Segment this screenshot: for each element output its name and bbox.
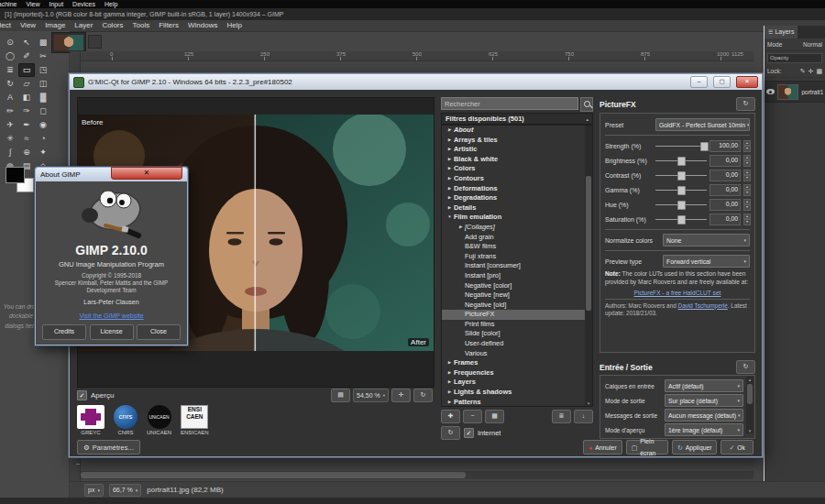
- close-button[interactable]: ✕: [736, 76, 758, 88]
- perspective-tool-button[interactable]: ▱: [18, 77, 35, 91]
- layer-row[interactable]: portrait11.jpg: [764, 81, 825, 103]
- tree-item-negative-old[interactable]: Negative [old]: [442, 301, 592, 311]
- scroll-up-icon[interactable]: ▴: [746, 377, 754, 382]
- scroll-down-icon[interactable]: ▾: [585, 400, 592, 406]
- reset-io-button[interactable]: ↻: [736, 360, 755, 374]
- tab-layers[interactable]: ☰Layers: [764, 26, 798, 38]
- preset-select[interactable]: GoldFX - Perfect Sunset 10min▾: [655, 118, 750, 131]
- tree-item-artistic[interactable]: ▶Artistic: [442, 145, 592, 155]
- unified-transform-tool-button[interactable]: ◳: [35, 63, 51, 77]
- measure-tool-button[interactable]: ⊕: [18, 146, 35, 159]
- ok-button[interactable]: ✓Ok: [720, 440, 754, 455]
- tree-item-user-defined[interactable]: User-defined: [442, 339, 592, 349]
- spinner-buttons[interactable]: ▴▾: [743, 155, 751, 167]
- tree-item-lights-shadows[interactable]: ▶Lights & shadows: [442, 388, 592, 398]
- tree-item-collages[interactable]: ▶[Collages]: [442, 223, 592, 233]
- eraser-tool-button[interactable]: ◻: [35, 104, 51, 118]
- menu-help[interactable]: Help: [222, 20, 246, 31]
- slider-handle[interactable]: [677, 201, 686, 210]
- preview-zoom-combo[interactable]: 54,50 %▾: [353, 389, 389, 402]
- gradient-tool-button[interactable]: ▓: [35, 91, 51, 104]
- lock-pixels-icon[interactable]: ✎: [800, 68, 806, 75]
- filters-scrollbar[interactable]: ▾: [585, 126, 592, 406]
- tree-item-frequencies[interactable]: ▶Frequencies: [442, 368, 592, 378]
- dodge-burn-tool-button[interactable]: ◔: [35, 132, 51, 146]
- preview-checkbox[interactable]: ✓: [77, 390, 87, 400]
- tree-item-colors[interactable]: ▶Colors: [442, 164, 592, 174]
- slider-handle[interactable]: [677, 157, 686, 166]
- menu-colors[interactable]: Colors: [97, 20, 127, 31]
- cancel-button[interactable]: ●Annuler: [583, 440, 622, 455]
- move-tool-button[interactable]: ↖: [18, 36, 35, 49]
- vm-menu-view[interactable]: View: [21, 0, 44, 8]
- tree-item-details[interactable]: ▶Details: [442, 203, 592, 214]
- layer-visibility-eye-icon[interactable]: [766, 89, 775, 94]
- tree-item-film-emulation[interactable]: ▼Film emulation: [442, 213, 592, 223]
- minimize-button[interactable]: –: [690, 76, 708, 88]
- scrollbar-handle[interactable]: [747, 384, 753, 404]
- crop-tool-button[interactable]: ▭: [18, 63, 35, 77]
- text-tool-button[interactable]: A: [2, 91, 18, 104]
- tree-item-about[interactable]: ▶About: [442, 126, 592, 136]
- brightness-slider[interactable]: [655, 156, 707, 165]
- brightness-value-field[interactable]: 0,00: [710, 155, 741, 167]
- gamma-value-field[interactable]: 0,00: [710, 184, 741, 196]
- image-tab[interactable]: [51, 32, 86, 53]
- lock-position-icon[interactable]: ✛: [808, 68, 814, 75]
- strength-slider[interactable]: [655, 141, 707, 150]
- add-fave-button[interactable]: ✚: [441, 410, 460, 423]
- scrollbar-handle[interactable]: [586, 176, 591, 311]
- gimp-website-link[interactable]: Visit the GIMP website: [79, 312, 143, 319]
- tree-item-add-grain[interactable]: Add grain: [442, 233, 592, 243]
- spinner-buttons[interactable]: ▴▾: [743, 140, 751, 152]
- foreground-color-swatch[interactable]: [6, 167, 25, 183]
- slider-handle[interactable]: [677, 215, 686, 225]
- reset-filter-button[interactable]: ↻: [736, 97, 755, 111]
- tree-item-print-films[interactable]: Print films: [442, 320, 592, 330]
- slider-handle[interactable]: [677, 171, 686, 181]
- tree-item-patterns[interactable]: ▶Patterns: [442, 398, 592, 407]
- heal-tool-button[interactable]: ✳: [2, 132, 18, 146]
- credits-button[interactable]: Credits: [42, 324, 86, 340]
- io-scrollbar[interactable]: ▴ ▾: [746, 377, 754, 433]
- scissors-select-tool-button[interactable]: ✂: [35, 49, 51, 63]
- spinner-buttons[interactable]: ▴▾: [743, 199, 751, 211]
- tree-item-instant-consumer[interactable]: Instant [consumer]: [442, 261, 592, 271]
- license-button[interactable]: License: [90, 324, 134, 340]
- settings-button[interactable]: ⚙ Paramètres...: [77, 440, 140, 455]
- tree-item-fuji-xtrans[interactable]: Fuji xtrans: [442, 252, 592, 262]
- tree-item-negative-new[interactable]: Negative [new]: [442, 290, 592, 301]
- tree-item-bw-films[interactable]: B&W films: [442, 242, 592, 252]
- search-input[interactable]: [441, 97, 578, 110]
- mode-select[interactable]: Normal: [803, 41, 822, 48]
- menu-tools[interactable]: Tools: [128, 20, 155, 31]
- hue-slider[interactable]: [655, 200, 707, 209]
- vm-menu-input[interactable]: Input: [45, 0, 69, 8]
- contrast-value-field[interactable]: 0,00: [710, 170, 741, 181]
- airbrush-tool-button[interactable]: ✈: [2, 118, 18, 132]
- rect-select-tool-button[interactable]: ▩: [35, 36, 51, 49]
- gamma-slider[interactable]: [655, 185, 707, 194]
- ellipse-select-tool-button[interactable]: ◯: [2, 49, 18, 63]
- zoom-select[interactable]: 66,7 %▾: [109, 484, 141, 497]
- free-select-tool-button[interactable]: ✐: [18, 49, 35, 63]
- output-messages-select[interactable]: Aucun message (défaut)▾: [665, 409, 743, 422]
- opacity-slider[interactable]: Opacity: [767, 53, 822, 63]
- menu-select[interactable]: Select: [0, 20, 16, 31]
- preview-mode-select[interactable]: 1ère image (défaut)▾: [665, 423, 743, 436]
- scroll-up-icon[interactable]: ▴: [586, 114, 588, 124]
- tree-item-instant-pro[interactable]: Instant [pro]: [442, 271, 592, 281]
- normalize-select[interactable]: None▾: [663, 234, 750, 247]
- align-tool-button[interactable]: ≣: [2, 63, 18, 77]
- vm-menu-devices[interactable]: Devices: [68, 0, 100, 8]
- menu-view[interactable]: View: [16, 20, 40, 31]
- maximize-button[interactable]: ▢: [713, 76, 731, 88]
- scroll-down-icon[interactable]: ▾: [746, 428, 754, 433]
- color-picker-tool-button[interactable]: ✦: [35, 146, 51, 159]
- spinner-buttons[interactable]: ▴▾: [743, 170, 751, 181]
- preview-type-select[interactable]: Forward vertical▾: [663, 255, 750, 268]
- input-layers-select[interactable]: Actif (défaut)▾: [665, 379, 743, 392]
- menu-filters[interactable]: Filters: [154, 20, 183, 31]
- picturefx-link[interactable]: PictureFX - a free HaldCLUT set: [605, 290, 750, 296]
- slider-handle[interactable]: [700, 142, 709, 151]
